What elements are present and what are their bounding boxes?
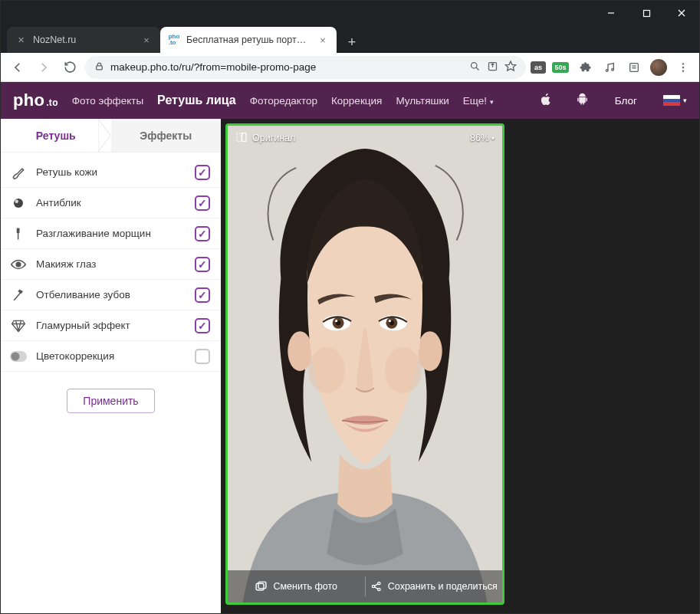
extension-icon[interactable]: as (531, 61, 546, 74)
site-logo[interactable]: pho.to (13, 90, 58, 110)
svg-point-10 (612, 68, 614, 71)
nav-more[interactable]: Еще! ▾ (463, 95, 494, 107)
tab-retouch[interactable]: Ретушь (1, 119, 111, 152)
site-favicon: pho.to (168, 34, 180, 46)
window-titlebar (1, 1, 699, 25)
media-icon[interactable] (600, 57, 619, 77)
tab-title: NozNet.ru (33, 34, 134, 45)
svg-point-37 (389, 320, 391, 322)
sidebar: Ретушь Эффекты Ретушь кожи ✓ Антиблик ✓ … (1, 119, 221, 613)
nav-photo-effects[interactable]: Фото эффекты (72, 95, 143, 107)
svg-point-26 (12, 352, 20, 360)
svg-line-47 (374, 584, 378, 586)
back-button[interactable] (7, 57, 28, 78)
option-label: Макияж глаз (36, 258, 186, 270)
reload-button[interactable] (59, 57, 81, 78)
address-bar[interactable]: makeup.pho.to/ru/?from=mobile-promo-page (85, 56, 526, 79)
browser-tab-inactive[interactable]: ✕ NozNet.ru × (7, 27, 160, 53)
svg-point-15 (682, 66, 684, 67)
option-eye-makeup[interactable]: Макияж глаз ✓ (1, 249, 221, 280)
profile-avatar[interactable] (649, 57, 669, 77)
save-share-button[interactable]: Сохранить и поделиться (366, 570, 503, 603)
browser-tabstrip: ✕ NozNet.ru × pho.to Бесплатная ретушь п… (1, 25, 699, 53)
close-icon[interactable]: × (317, 34, 329, 46)
nav-blog[interactable]: Блог (615, 95, 637, 107)
checkbox-icon[interactable]: ✓ (195, 257, 210, 272)
checkbox-icon[interactable]: ✓ (195, 165, 210, 180)
original-label[interactable]: Оригинал (252, 133, 295, 143)
extension-badge[interactable]: 50s (550, 57, 570, 77)
chevron-down-icon: ▾ (491, 135, 495, 142)
svg-point-16 (682, 70, 684, 71)
svg-line-48 (374, 587, 378, 589)
browser-toolbar: makeup.pho.to/ru/?from=mobile-promo-page… (1, 53, 699, 82)
nav-cartoons[interactable]: Мультяшки (396, 95, 449, 107)
stick-icon (10, 225, 27, 242)
svg-point-18 (14, 199, 23, 208)
share-icon[interactable] (487, 61, 498, 74)
chevron-down-icon: ▾ (490, 98, 494, 106)
toothbrush-icon (10, 287, 27, 304)
apply-button[interactable]: Применить (67, 389, 154, 413)
browser-menu-button[interactable] (673, 57, 693, 77)
svg-rect-40 (237, 133, 241, 141)
svg-line-6 (476, 67, 478, 70)
button-label: Сохранить и поделиться (388, 581, 498, 592)
logo-main: pho (13, 90, 44, 110)
svg-rect-20 (17, 228, 20, 233)
button-label: Сменить фото (273, 581, 337, 592)
svg-rect-42 (257, 583, 265, 590)
browser-tab-active[interactable]: pho.to Бесплатная ретушь портретных × (160, 27, 337, 53)
language-flag[interactable]: ▾ (663, 95, 687, 106)
brush-icon (10, 164, 27, 181)
svg-point-38 (308, 347, 345, 393)
forward-button[interactable] (33, 57, 54, 78)
url-text: makeup.pho.to/ru/?from=mobile-promo-page (110, 61, 463, 73)
checkbox-icon[interactable]: ✓ (195, 318, 210, 333)
nav-face-retouch[interactable]: Ретушь лица (157, 94, 236, 107)
reading-list-icon[interactable] (624, 57, 644, 77)
svg-point-19 (15, 199, 19, 203)
nav-correction[interactable]: Коррекция (331, 95, 382, 107)
svg-rect-41 (242, 133, 246, 141)
nav-photo-editor[interactable]: Фоторедактор (250, 95, 317, 107)
svg-point-33 (335, 320, 337, 322)
android-icon[interactable] (576, 93, 589, 108)
window-maximize-button[interactable] (629, 1, 664, 25)
zoom-control[interactable]: 86% ▾ (470, 133, 495, 143)
new-tab-button[interactable]: + (341, 31, 363, 53)
option-label: Гламурный эффект (36, 320, 186, 331)
wrench-icon: ✕ (15, 34, 27, 46)
checkbox-icon[interactable]: ✓ (195, 195, 210, 211)
option-label: Антиблик (36, 197, 186, 208)
option-skin-retouch[interactable]: Ретушь кожи ✓ (1, 157, 221, 188)
svg-marker-8 (505, 61, 515, 71)
window-minimize-button[interactable] (593, 1, 629, 25)
change-photo-button[interactable]: Сменить фото (228, 570, 365, 603)
bookmark-star-icon[interactable] (504, 60, 517, 74)
option-glamour-effect[interactable]: Гламурный эффект ✓ (1, 310, 221, 341)
compare-icon[interactable] (235, 131, 248, 146)
canvas-bottom-overlay: Сменить фото Сохранить и поделиться (228, 570, 502, 603)
retouch-options: Ретушь кожи ✓ Антиблик ✓ Разглаживание м… (1, 153, 221, 376)
option-color-correction[interactable]: Цветокоррекция ✓ (1, 341, 221, 372)
option-teeth-whitening[interactable]: Отбеливание зубов ✓ (1, 280, 221, 310)
tab-effects[interactable]: Эффекты (111, 119, 222, 152)
option-wrinkle-smoothing[interactable]: Разглаживание морщин ✓ (1, 218, 221, 249)
checkbox-icon[interactable]: ✓ (195, 349, 210, 364)
checkbox-icon[interactable]: ✓ (195, 287, 210, 303)
toggle-icon (10, 348, 27, 365)
flag-ru-icon (663, 95, 680, 106)
checkbox-icon[interactable]: ✓ (195, 226, 210, 241)
window-close-button[interactable] (664, 1, 699, 25)
close-icon[interactable]: × (140, 34, 153, 46)
svg-point-39 (385, 347, 422, 393)
search-icon[interactable] (469, 61, 481, 74)
svg-point-29 (418, 331, 442, 371)
option-anti-shine[interactable]: Антиблик ✓ (1, 188, 221, 218)
apple-icon[interactable] (540, 93, 553, 108)
option-label: Цветокоррекция (36, 350, 186, 362)
extensions-puzzle-icon[interactable] (575, 57, 595, 77)
option-label: Ретушь кожи (36, 166, 186, 178)
svg-point-28 (288, 331, 312, 371)
